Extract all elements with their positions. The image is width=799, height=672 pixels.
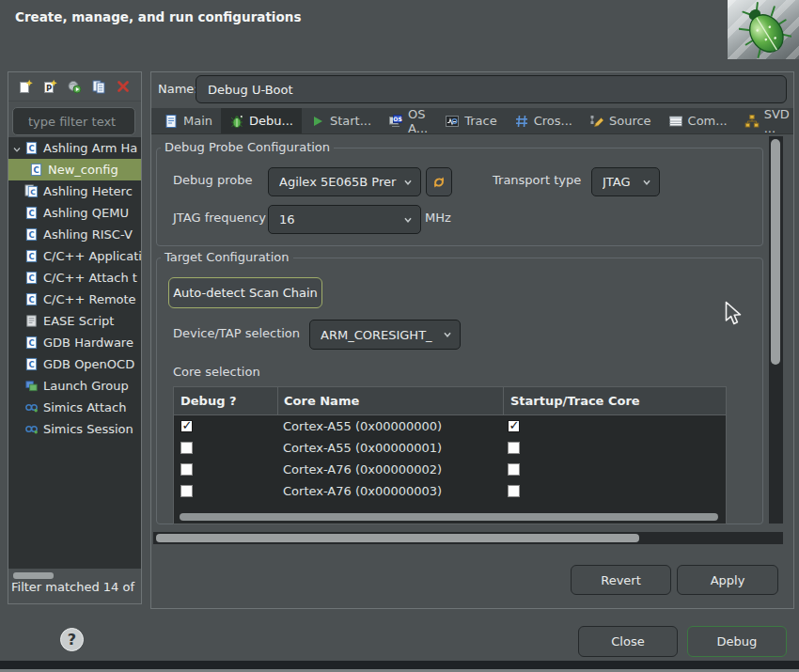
source-icon (589, 114, 604, 129)
core-row[interactable]: Cortex-A76 (0x00000002) (174, 459, 726, 480)
name-label: Name: (158, 82, 198, 96)
svg-text:C: C (28, 359, 34, 368)
new-configuration-button[interactable] (17, 78, 34, 95)
core-name: Cortex-A55 (0x00000001) (283, 441, 442, 455)
refresh-probes-button[interactable] (426, 167, 452, 196)
tree-item-simics-session[interactable]: Simics Session (8, 418, 141, 440)
c-config-icon: C (24, 357, 39, 372)
c-config-icon: C (24, 292, 39, 307)
tree-item-new-config[interactable]: CNew_config (8, 159, 141, 180)
configuration-editor: Name: MainDebu...Start...OSOS A...TraceC… (150, 71, 794, 609)
tab-debu[interactable]: Debu... (221, 108, 302, 133)
revert-button[interactable]: Revert (571, 565, 671, 595)
column-header-debug: Debug ? (174, 387, 277, 414)
tree-item-launch-group[interactable]: Launch Group (8, 375, 141, 397)
chevron-down-icon (441, 328, 454, 341)
twisty-spacer (11, 228, 24, 242)
duplicate-button[interactable] (90, 78, 107, 95)
autodetect-scan-chain-button[interactable]: Auto-detect Scan Chain (168, 277, 322, 308)
apply-button[interactable]: Apply (677, 565, 778, 595)
tree-item-label: GDB OpenOCD (43, 357, 134, 371)
debug-button[interactable]: Debug (687, 626, 787, 657)
c-config-icon: C (24, 249, 39, 264)
tree-item-label: Ashling Heterc (43, 184, 133, 198)
tree-item-c-c-attach-t[interactable]: CC/C++ Attach t (8, 267, 141, 289)
debug-checkbox[interactable] (180, 420, 193, 432)
content-hscroll-thumb[interactable] (156, 534, 639, 542)
close-button[interactable]: Close (578, 626, 678, 657)
sidebar-toolbar: P (8, 72, 141, 102)
core-row[interactable]: Cortex-A55 (0x00000001) (174, 437, 726, 459)
tree-item-label: Ashling RISC-V (43, 227, 133, 242)
delete-button[interactable] (115, 78, 132, 95)
tree-item-ashling-risc-v[interactable]: CAshling RISC-V (8, 224, 141, 245)
tab-label: OS A... (408, 107, 428, 135)
debug-checkbox[interactable] (180, 485, 193, 497)
export-icon (67, 79, 82, 94)
table-header-row: Debug ?Core NameStartup/Trace Core (174, 387, 726, 415)
new-config-icon (18, 79, 33, 94)
startup-trace-checkbox[interactable] (508, 463, 520, 476)
c-config-icon: C (29, 163, 44, 178)
content-hscroll-track[interactable] (153, 532, 783, 544)
tree-item-c-c-remote[interactable]: CC/C++ Remote (8, 289, 141, 310)
name-input[interactable] (196, 75, 787, 103)
tab-os-a[interactable]: OSOS A... (380, 108, 436, 133)
core-row[interactable]: Cortex-A76 (0x00000003) (174, 480, 726, 502)
tab-trace[interactable]: Trace (436, 108, 506, 133)
tree-item-ashling-heterc[interactable]: CAshling Heterc (8, 180, 141, 202)
startup-trace-checkbox[interactable] (508, 442, 520, 454)
tree-item-ashling-qemu[interactable]: CAshling QEMU (8, 202, 141, 224)
core-name: Cortex-A76 (0x00000002) (283, 462, 442, 477)
table-body: Cortex-A55 (0x00000000)Cortex-A55 (0x000… (174, 415, 726, 502)
transport-type-value: JTAG (603, 175, 640, 189)
device-tap-select[interactable]: ARM_CORESIGHT_ (309, 320, 461, 350)
tree-item-ashling-arm-ha[interactable]: CAshling Arm Ha (8, 137, 141, 159)
startup-trace-checkbox[interactable] (508, 485, 520, 497)
export-launch-button[interactable] (66, 78, 83, 95)
simics-icon (24, 400, 39, 415)
table-hscroll-thumb[interactable] (180, 513, 718, 521)
core-name: Cortex-A55 (0x00000000) (283, 419, 442, 433)
tab-start[interactable]: Start... (302, 108, 380, 133)
tree-item-simics-attach[interactable]: Simics Attach (8, 397, 141, 418)
tab-svd[interactable]: SVD ... (736, 108, 798, 133)
main-tab-icon (164, 114, 179, 129)
tree-item-label: Simics Attach (43, 400, 126, 414)
debug-probe-select[interactable]: Agilex 5E065B Prer (268, 167, 421, 196)
jtag-frequency-select[interactable]: 16 (268, 205, 421, 234)
configuration-tree: CAshling Arm HaCNew_configCAshling Heter… (8, 137, 141, 569)
content-vscroll-thumb[interactable] (771, 139, 780, 365)
twisty-spacer (11, 185, 24, 198)
new-prototype-button[interactable]: P (41, 78, 58, 95)
twisty-spacer (11, 207, 24, 220)
svg-text:C: C (28, 208, 34, 217)
twisty-spacer (11, 272, 24, 285)
core-row[interactable]: Cortex-A55 (0x00000000) (174, 415, 726, 437)
device-tap-label: Device/TAP selection (173, 324, 300, 343)
content-vscroll-track[interactable] (769, 136, 783, 524)
svg-text:C: C (30, 187, 36, 195)
debug-checkbox[interactable] (180, 442, 193, 454)
tree-item-ease-script[interactable]: EASE Script (8, 310, 141, 332)
tab-source[interactable]: Source (581, 108, 660, 133)
twisty-spacer (11, 293, 24, 306)
tab-main[interactable]: Main (155, 108, 221, 133)
c-config-icon: C (24, 206, 39, 221)
debug-checkbox[interactable] (180, 463, 193, 476)
filter-input[interactable] (12, 107, 135, 135)
duplicate-icon (91, 79, 106, 94)
window-bottom-strip (0, 661, 799, 669)
expand-arrow-icon[interactable] (11, 142, 24, 155)
startup-trace-checkbox[interactable] (508, 420, 520, 432)
tree-item-gdb-hardware[interactable]: CGDB Hardware (8, 332, 141, 353)
tab-com[interactable]: Com... (660, 108, 736, 133)
tree-hscroll-thumb[interactable] (13, 572, 54, 579)
transport-type-select[interactable]: JTAG (591, 167, 660, 196)
tree-item-c-c-applicati[interactable]: CC/C++ Applicati (8, 245, 141, 267)
help-button[interactable]: ? (60, 628, 84, 651)
c-config-icon: C (24, 141, 39, 156)
tree-item-gdb-openocd[interactable]: CGDB OpenOCD (8, 353, 141, 375)
tab-cros[interactable]: Cros... (506, 108, 581, 133)
chevron-down-icon (640, 176, 653, 189)
